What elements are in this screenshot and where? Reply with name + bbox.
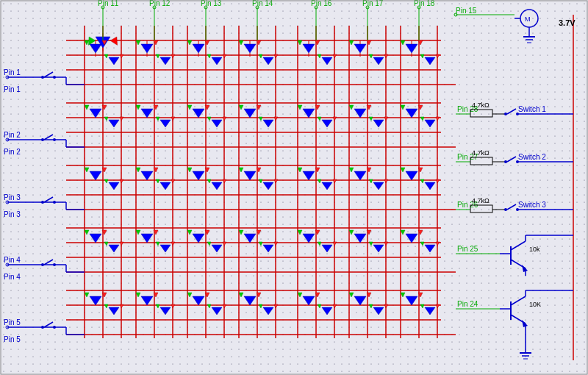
svg-text:M: M bbox=[525, 15, 531, 23]
switch3-label: Switch 3 bbox=[518, 201, 546, 209]
switch2-label: Switch 2 bbox=[518, 153, 546, 161]
pin5-label: Pin 5 bbox=[4, 318, 21, 326]
svg-point-40 bbox=[41, 326, 44, 329]
transistor1-label: 10k bbox=[529, 246, 540, 253]
svg-point-228 bbox=[504, 160, 507, 163]
svg-point-21 bbox=[53, 76, 56, 79]
pin15-label: Pin 15 bbox=[456, 7, 477, 15]
svg-rect-2 bbox=[0, 0, 588, 375]
svg-point-30 bbox=[41, 201, 44, 204]
pin2-label: Pin 2 bbox=[4, 131, 21, 139]
switch1-label: Switch 1 bbox=[518, 105, 546, 113]
pin4-bottom-label: Pin 4 bbox=[4, 273, 21, 281]
svg-point-25 bbox=[41, 138, 44, 141]
svg-point-31 bbox=[53, 201, 56, 204]
resistor3-label: 4.7kΩ bbox=[472, 197, 490, 204]
pin2-bottom-label: Pin 2 bbox=[4, 148, 21, 156]
pin3-bottom-label: Pin 3 bbox=[4, 210, 21, 218]
svg-point-20 bbox=[41, 76, 44, 79]
resistor1-label: 4.7kΩ bbox=[472, 101, 490, 109]
resistor2-label: 4.7kΩ bbox=[472, 149, 490, 157]
pin3-label: Pin 3 bbox=[4, 193, 21, 201]
pin1-bottom-label: Pin 1 bbox=[4, 85, 21, 93]
pin25-label: Pin 25 bbox=[457, 245, 478, 253]
pin24-label: Pin 24 bbox=[457, 300, 478, 308]
schematic-canvas: Pin 11 Pin 12 Pin 13 Pin 14 Pin 16 Pin 1… bbox=[0, 0, 588, 375]
svg-point-36 bbox=[53, 263, 56, 266]
transistor2-label: 10K bbox=[529, 301, 541, 308]
pin5-bottom-label: Pin 5 bbox=[4, 335, 21, 343]
svg-point-41 bbox=[53, 326, 56, 329]
svg-point-26 bbox=[53, 138, 56, 141]
voltage-label: 3.7V bbox=[559, 18, 576, 27]
svg-point-221 bbox=[504, 113, 507, 115]
pin1-label: Pin 1 bbox=[4, 68, 21, 76]
pin4-label: Pin 4 bbox=[4, 256, 21, 264]
svg-point-235 bbox=[504, 208, 507, 211]
svg-point-35 bbox=[41, 263, 44, 266]
